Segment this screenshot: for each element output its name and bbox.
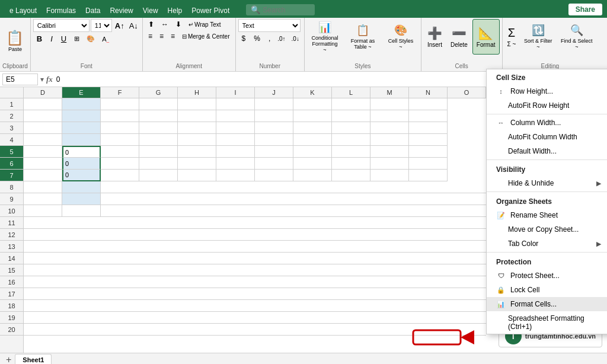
col-header-J[interactable]: J — [255, 87, 293, 98]
decrease-decimal-button[interactable]: .0↓ — [289, 34, 302, 43]
cell-L6[interactable] — [332, 158, 370, 170]
cell-H7[interactable] — [178, 170, 216, 181]
format-button[interactable]: 📐 Format — [472, 19, 500, 55]
new-sheet-button[interactable]: + — [2, 355, 15, 365]
cell-M3[interactable] — [370, 122, 409, 134]
cell-L1[interactable] — [332, 98, 370, 110]
share-button[interactable]: Share — [568, 4, 602, 15]
lock-cell-item[interactable]: 🔒 Lock Cell — [487, 283, 607, 297]
cell-G2[interactable] — [139, 110, 178, 122]
cell-H3[interactable] — [178, 122, 216, 134]
wrap-text-button[interactable]: ↵Wrap Text — [186, 20, 224, 29]
ribbon-tab-formulas[interactable]: Formulas — [41, 4, 81, 18]
fill-color-button[interactable]: 🎨 — [84, 34, 98, 44]
cell-L7[interactable] — [332, 170, 370, 181]
cell-E1[interactable] — [62, 98, 101, 110]
align-middle-button[interactable]: ↔ — [158, 19, 171, 30]
cell-L3[interactable] — [332, 122, 370, 134]
format-dropdown-menu[interactable]: Cell Size ↕ Row Height... AutoFit Row He… — [486, 69, 607, 334]
cell-G4[interactable] — [139, 134, 178, 146]
row-header-17[interactable]: 17 — [0, 288, 23, 300]
col-header-N[interactable]: N — [409, 87, 448, 98]
cell-J7[interactable] — [255, 170, 293, 181]
cell-K6[interactable] — [293, 158, 332, 170]
row-header-13[interactable]: 13 — [0, 241, 23, 253]
col-header-F[interactable]: F — [101, 87, 139, 98]
cell-J2[interactable] — [255, 110, 293, 122]
cell-H2[interactable] — [178, 110, 216, 122]
cell-M6[interactable] — [370, 158, 409, 170]
row-header-11[interactable]: 11 — [0, 217, 23, 229]
cell-K2[interactable] — [293, 110, 332, 122]
row-header-16[interactable]: 16 — [0, 276, 23, 288]
cell-D3[interactable] — [24, 122, 62, 134]
cell-G5[interactable] — [139, 146, 178, 158]
ribbon-tab-layout[interactable]: e Layout — [5, 4, 41, 18]
cell-N5[interactable] — [409, 146, 448, 158]
move-copy-sheet-item[interactable]: Move or Copy Sheet... — [487, 222, 607, 237]
cell-F7[interactable] — [101, 170, 139, 181]
cell-G6[interactable] — [139, 158, 178, 170]
cell-styles-button[interactable]: 🎨 Cell Styles ~ — [383, 19, 418, 55]
align-left-button[interactable]: ≡ — [145, 31, 155, 41]
cell-K5[interactable] — [293, 146, 332, 158]
align-center-button[interactable]: ≡ — [156, 31, 167, 41]
cell-D6[interactable] — [24, 158, 62, 170]
align-right-button[interactable]: ≡ — [168, 31, 178, 41]
cell-E4[interactable] — [62, 134, 101, 146]
sum-button[interactable]: Σ Σ ~ — [505, 19, 519, 55]
cell-I1[interactable] — [216, 98, 255, 110]
row-header-20[interactable]: 20 — [0, 324, 23, 336]
cell-E5[interactable]: 0 — [62, 146, 101, 158]
cell-J3[interactable] — [255, 122, 293, 134]
cell-F1[interactable] — [101, 98, 139, 110]
delete-button[interactable]: ➖ Delete — [447, 19, 471, 55]
cell-J6[interactable] — [255, 158, 293, 170]
cell-M2[interactable] — [370, 110, 409, 122]
protect-sheet-item[interactable]: 🛡 Protect Sheet... — [487, 269, 607, 283]
cell-E9[interactable] — [62, 193, 101, 205]
cell-K7[interactable] — [293, 170, 332, 181]
search-input[interactable] — [263, 6, 310, 14]
cell-G3[interactable] — [139, 122, 178, 134]
cell-J4[interactable] — [255, 134, 293, 146]
hide-unhide-item[interactable]: Hide & Unhide ▶ — [487, 176, 607, 190]
row-header-19[interactable]: 19 — [0, 312, 23, 324]
cell-I4[interactable] — [216, 134, 255, 146]
align-bottom-button[interactable]: ⬇ — [172, 19, 184, 30]
sort-filter-button[interactable]: 🔃 Sort & Filter ~ — [519, 19, 557, 55]
cell-N3[interactable] — [409, 122, 448, 134]
increase-decimal-button[interactable]: .0↑ — [275, 34, 287, 43]
cell-M1[interactable] — [370, 98, 409, 110]
italic-button[interactable]: I — [47, 33, 56, 44]
merge-center-button[interactable]: ⊟Merge & Center — [179, 32, 233, 41]
col-header-G[interactable]: G — [139, 87, 178, 98]
cell-L4[interactable] — [332, 134, 370, 146]
default-width-item[interactable]: Default Width... — [487, 144, 607, 158]
col-header-D[interactable]: D — [24, 87, 62, 98]
cell-I5[interactable] — [216, 146, 255, 158]
cell-E8[interactable] — [62, 181, 101, 193]
cell-N4[interactable] — [409, 134, 448, 146]
cell-J1[interactable] — [255, 98, 293, 110]
cell-D7[interactable] — [24, 170, 62, 181]
align-top-button[interactable]: ⬆ — [145, 19, 157, 30]
rename-sheet-item[interactable]: 📝 Rename Sheet — [487, 208, 607, 222]
row-header-8[interactable]: 8 — [0, 181, 23, 193]
cell-E3[interactable] — [62, 122, 101, 134]
col-header-H[interactable]: H — [178, 87, 216, 98]
cell-M5[interactable] — [370, 146, 409, 158]
row-header-3[interactable]: 3 — [0, 122, 23, 134]
row-height-item[interactable]: ↕ Row Height... — [487, 84, 607, 98]
cell-H6[interactable] — [178, 158, 216, 170]
paste-button[interactable]: 📋 Paste — [4, 23, 25, 59]
format-cells-item[interactable]: 📊 Format Cells... — [487, 297, 607, 311]
row-header-4[interactable]: 4 — [0, 134, 23, 146]
cell-N2[interactable] — [409, 110, 448, 122]
cell-F6[interactable] — [101, 158, 139, 170]
cell-I7[interactable] — [216, 170, 255, 181]
col-header-I[interactable]: I — [216, 87, 255, 98]
sheet-tab-sheet1[interactable]: Sheet1 — [15, 354, 52, 364]
find-select-button[interactable]: 🔍 Find & Select ~ — [558, 19, 595, 55]
cell-F5[interactable] — [101, 146, 139, 158]
